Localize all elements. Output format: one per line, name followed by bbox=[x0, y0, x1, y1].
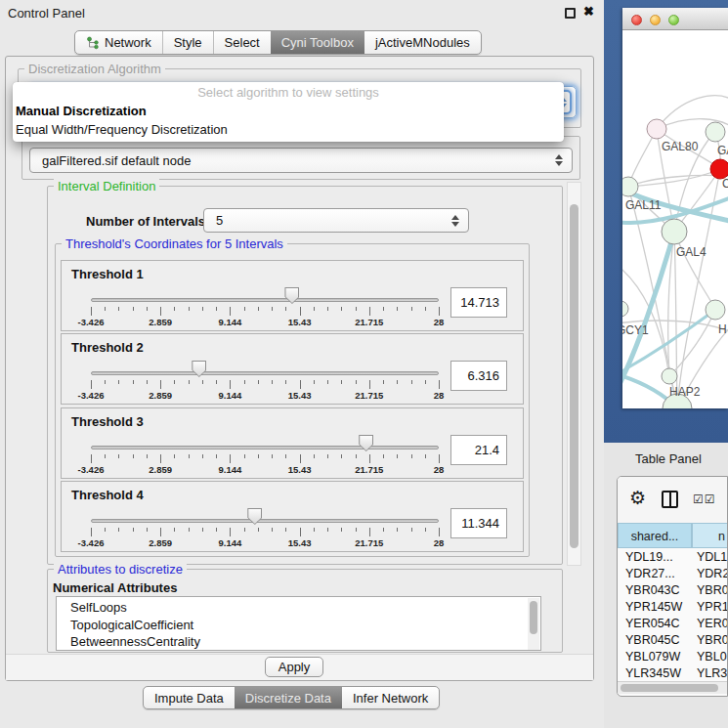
threshold-2-slider[interactable]: -3.4262.8599.14415.4321.71528 bbox=[91, 334, 439, 406]
slider-ticks bbox=[91, 380, 439, 389]
apply-button[interactable]: Apply bbox=[265, 657, 323, 677]
table-row[interactable]: YBR043CYBR0 bbox=[618, 582, 728, 599]
threshold-2-panel: Threshold 2 -3.4262.8599.14415.4321.7152… bbox=[61, 333, 524, 405]
table-hscrollbar[interactable] bbox=[618, 681, 728, 694]
network-canvas[interactable]: GAL80 GA C GAL11 GAL4 GCY1 H HAP2 bbox=[622, 30, 728, 408]
table-row[interactable]: YBR045CYBR0 bbox=[618, 632, 728, 649]
popup-option-equal-width-frequency[interactable]: Equal Width/Frequency Discretization bbox=[16, 122, 228, 137]
tab-select[interactable]: Select bbox=[213, 31, 271, 54]
table-row[interactable]: YPR145WYPR1 bbox=[618, 599, 728, 616]
tab-infer-network[interactable]: Infer Network bbox=[342, 687, 439, 708]
gear-icon[interactable]: ⚙ bbox=[629, 489, 646, 507]
tab-infer-network-label: Infer Network bbox=[353, 691, 428, 706]
slider-track[interactable] bbox=[91, 298, 439, 302]
tab-style[interactable]: Style bbox=[162, 31, 213, 54]
network-window-titlebar[interactable] bbox=[622, 8, 728, 30]
slider-tick-label: 15.43 bbox=[288, 317, 312, 327]
algorithm-popup-hint: Select algorithm to view settings bbox=[13, 85, 564, 100]
slider-track[interactable] bbox=[91, 446, 439, 450]
node-selected-red[interactable] bbox=[710, 159, 728, 179]
column-header-shared-name[interactable]: shared... bbox=[618, 523, 692, 548]
node-gal80[interactable] bbox=[647, 119, 666, 139]
node-label-gal4: GAL4 bbox=[676, 245, 707, 259]
slider-tick-label: 2.859 bbox=[149, 537, 172, 548]
node-gal4[interactable] bbox=[662, 219, 687, 244]
attributes-scrollbar[interactable] bbox=[528, 598, 539, 650]
table-toolbar: ⚙ ☑☑ bbox=[618, 477, 728, 523]
table-row[interactable]: YDR27...YDR2 bbox=[618, 566, 728, 582]
cell-shared-name[interactable]: YLR345W bbox=[625, 665, 681, 682]
threshold-4-value-field[interactable]: 11.344 bbox=[450, 508, 507, 538]
select-columns-icon[interactable]: ☑☑ bbox=[693, 492, 716, 506]
list-item[interactable]: BetweennessCentrality bbox=[57, 633, 540, 651]
column-header-name[interactable]: n bbox=[692, 523, 728, 548]
threshold-3-value-field[interactable]: 21.4 bbox=[450, 435, 507, 465]
minimize-window-icon[interactable] bbox=[650, 15, 661, 25]
table-row[interactable]: YER054CYER0 bbox=[618, 616, 728, 632]
slider-track[interactable] bbox=[91, 519, 439, 523]
slider-track[interactable] bbox=[91, 371, 439, 375]
slider-tick-label: 9.144 bbox=[219, 390, 242, 401]
cell-shared-name[interactable]: YDL19... bbox=[625, 549, 673, 566]
cell-shared-name[interactable]: YDR27... bbox=[625, 566, 675, 582]
cell-name[interactable]: YPR1 bbox=[697, 599, 728, 616]
tab-jactivemnodules[interactable]: jActiveMNodules bbox=[364, 31, 481, 54]
slider-tick-label: 28 bbox=[434, 537, 445, 548]
cell-shared-name[interactable]: YBL079W bbox=[625, 649, 680, 665]
cell-name[interactable]: YBL0 bbox=[697, 649, 727, 665]
cell-shared-name[interactable]: YBR045C bbox=[625, 632, 680, 649]
scrollbar-thumb[interactable] bbox=[621, 684, 718, 692]
cell-shared-name[interactable]: YBR043C bbox=[625, 582, 680, 599]
slider-tick-label: -3.426 bbox=[78, 537, 105, 548]
tab-cyni-toolbox[interactable]: Cyni Toolbox bbox=[271, 31, 364, 54]
close-window-icon[interactable] bbox=[631, 15, 642, 25]
control-panel-titlebar: Control Panel ✖ bbox=[0, 0, 598, 25]
cell-name[interactable]: YBR0 bbox=[697, 632, 728, 649]
popup-option-manual-discretization[interactable]: Manual Discretization bbox=[16, 104, 147, 118]
numerical-attributes-list[interactable]: SelfLoops TopologicalCoefficient Between… bbox=[56, 596, 541, 651]
tab-network[interactable]: Network bbox=[75, 31, 162, 54]
network-view-window[interactable]: GAL80 GA C GAL11 GAL4 GCY1 H HAP2 bbox=[622, 8, 728, 408]
scrollbar-thumb[interactable] bbox=[570, 204, 578, 548]
slider-tick-label: -3.426 bbox=[78, 464, 105, 475]
table-data-combobox[interactable]: galFiltered.sif default node bbox=[29, 148, 573, 173]
number-of-intervals-combobox[interactable]: 5 bbox=[203, 208, 469, 233]
list-item[interactable]: TopologicalCoefficient bbox=[57, 617, 540, 634]
slider-tick-label: 28 bbox=[434, 390, 445, 401]
cell-shared-name[interactable]: YPR145W bbox=[625, 599, 682, 616]
threshold-1-value-field[interactable]: 14.713 bbox=[450, 287, 507, 318]
table-row[interactable]: YBL079WYBL0 bbox=[618, 649, 728, 665]
list-item[interactable]: SelfLoops bbox=[57, 597, 540, 617]
node-top-right[interactable] bbox=[706, 122, 725, 142]
node-label-ga: GA bbox=[717, 144, 728, 157]
cell-name[interactable]: YLR3 bbox=[697, 665, 727, 682]
node-gcy1[interactable] bbox=[622, 301, 628, 317]
settings-scrollbar[interactable] bbox=[567, 182, 581, 566]
network-graph: GAL80 GA C GAL11 GAL4 GCY1 H HAP2 bbox=[622, 30, 728, 408]
threshold-1-panel: Threshold 1 -3.4262.8599.14415.4321.7152… bbox=[61, 260, 524, 331]
threshold-2-value-field[interactable]: 6.316 bbox=[450, 361, 507, 391]
threshold-3-slider[interactable]: -3.4262.8599.14415.4321.71528 bbox=[91, 408, 439, 480]
threshold-4-slider[interactable]: -3.4262.8599.14415.4321.71528 bbox=[91, 482, 439, 553]
scrollbar-thumb[interactable] bbox=[530, 601, 537, 634]
threshold-1-slider[interactable]: -3.4262.8599.14415.4321.71528 bbox=[91, 261, 439, 332]
float-window-icon[interactable] bbox=[565, 8, 576, 19]
zoom-window-icon[interactable] bbox=[668, 15, 679, 25]
node-hap2[interactable] bbox=[662, 368, 677, 384]
close-panel-icon[interactable]: ✖ bbox=[583, 4, 594, 19]
split-columns-icon[interactable] bbox=[662, 491, 678, 508]
table-row[interactable]: YLR345WYLR3 bbox=[618, 665, 728, 682]
tab-impute-data[interactable]: Impute Data bbox=[144, 687, 235, 708]
tab-discretize-data[interactable]: Discretize Data bbox=[235, 687, 342, 708]
node-label-gal80: GAL80 bbox=[662, 140, 699, 153]
cell-name[interactable]: YDL1 bbox=[697, 549, 727, 566]
cell-name[interactable]: YBR0 bbox=[697, 582, 728, 599]
cell-shared-name[interactable]: YER054C bbox=[625, 616, 680, 632]
node-h[interactable] bbox=[706, 300, 725, 320]
tab-jactivemnodules-label: jActiveMNodules bbox=[375, 35, 470, 50]
table-row[interactable]: YDL19...YDL1 bbox=[618, 549, 728, 566]
slider-tick-label: 21.715 bbox=[355, 390, 383, 401]
cell-name[interactable]: YDR2 bbox=[697, 566, 728, 582]
cell-name[interactable]: YER0 bbox=[697, 616, 728, 632]
node-gal11[interactable] bbox=[622, 177, 638, 196]
